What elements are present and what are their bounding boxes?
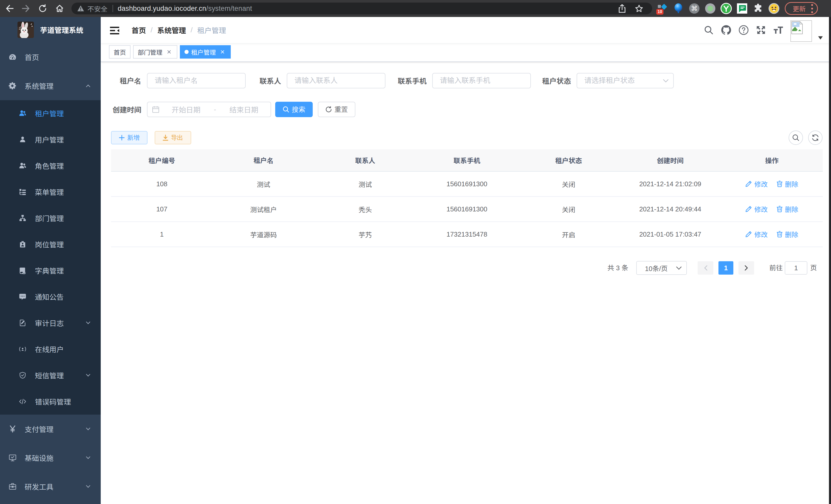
extension-command-icon[interactable]: ⌘ [689,3,700,14]
mobile-input[interactable] [433,73,531,88]
security-label[interactable]: 不安全 [87,4,107,13]
page-size-select[interactable]: 10条/页 [636,261,687,275]
extension-record-icon[interactable] [705,3,716,14]
delete-link[interactable]: 删除 [776,179,798,188]
col-created: 创建时间 [620,149,721,171]
sidebar-item-user[interactable]: 用户管理 [0,126,101,153]
browser-forward-button[interactable] [20,2,32,14]
col-tenant-name: 租户名 [213,149,315,171]
add-button[interactable]: 新增 [111,131,147,144]
sidebar-item-dept[interactable]: 部门管理 [0,205,101,231]
refresh-table-button[interactable] [808,130,823,145]
tag-dept[interactable]: 部门管理 [133,45,177,59]
next-page-button[interactable] [739,261,754,275]
breadcrumb-system[interactable]: 系统管理 [157,25,186,35]
table-toolbar: 新增 导出 [111,131,191,144]
delete-link[interactable]: 删除 [776,204,798,214]
help-icon[interactable] [735,17,752,43]
cell-status: 开启 [518,222,620,247]
browser-back-button[interactable] [3,2,16,14]
tag-label: 首页 [114,48,126,57]
edit-link-label: 修改 [754,204,768,214]
browser-update-menu[interactable]: 更新 [785,2,818,15]
date-end-placeholder[interactable]: 结束日期 [217,104,270,115]
sidebar-item-online-user[interactable]: 在线用户 [0,336,101,362]
extension-y-icon[interactable] [720,3,732,14]
edit-link-label: 修改 [754,229,768,239]
reset-button[interactable]: 重置 [318,102,355,117]
sidebar-item-devtools[interactable]: 研发工具 [0,472,101,501]
edit-link[interactable]: 修改 [745,204,768,214]
sidebar-item-error-code[interactable]: 错误码管理 [0,388,101,415]
sidebar-item-dict[interactable]: 字典管理 [0,258,101,284]
date-start-placeholder[interactable]: 开始日期 [159,104,213,115]
extension-balloon-icon[interactable] [673,3,684,14]
sidebar-item-post[interactable]: 岗位管理 [0,231,101,258]
dashboard-icon [9,53,17,61]
extension-emoji-icon[interactable] [768,3,780,14]
cell-status: 关闭 [518,171,620,197]
sidebar-item-menu[interactable]: 菜单管理 [0,179,101,205]
edit-pencil-icon [745,231,752,237]
export-button[interactable]: 导出 [155,131,191,144]
browser-menu-kebab-icon[interactable] [811,4,813,13]
sidebar-item-notice[interactable]: 通知公告 [0,284,101,310]
github-icon[interactable] [717,17,735,43]
tag-close-icon[interactable] [219,48,226,56]
goto-page-input[interactable] [785,262,807,274]
font-size-icon[interactable] [770,17,787,43]
sidebar-item-label: 审计日志 [35,318,64,328]
tenant-name-input[interactable] [147,73,245,88]
prev-page-button[interactable] [698,261,713,275]
delete-link[interactable]: 删除 [776,229,798,239]
sidebar-item-label: 支付管理 [25,424,53,434]
edit-link[interactable]: 修改 [745,229,768,239]
bookmark-star-icon[interactable] [635,4,643,12]
chevron-down-icon [86,485,90,488]
breadcrumb-home[interactable]: 首页 [132,25,146,35]
table-tools [783,130,823,145]
header-search-icon[interactable] [700,17,717,43]
extension-grid-diamond-icon[interactable]: 10 [657,3,668,14]
form-item-status: 租户状态 [536,73,674,88]
sidebar-item-pay[interactable]: 支付管理 [0,415,101,443]
dictionary-icon [19,267,26,274]
sidebar-fold-icon[interactable] [110,27,119,34]
search-form-row-2: 创建时间 开始日期 - 结束日期 [111,102,355,117]
tag-close-icon[interactable] [166,48,173,56]
sidebar-item-audit-log[interactable]: 审计日志 [0,310,101,336]
badge-icon [19,241,26,248]
tag-tenant[interactable]: 租户管理 [180,45,231,59]
calendar-icon [152,106,159,113]
sidebar-item-tenant[interactable]: 租户管理 [0,100,101,126]
browser-home-button[interactable] [53,2,66,14]
shield-check-icon [19,372,26,379]
user-avatar[interactable] [791,20,812,42]
share-icon[interactable] [618,4,626,13]
sidebar-item-system[interactable]: 系统管理 [0,71,101,100]
mobile-label: 联系手机 [391,76,432,86]
page-url[interactable]: dashboard.yudao.iocoder.cn/system/tenant [118,5,252,12]
fullscreen-icon[interactable] [752,17,770,43]
user-icon [19,136,26,143]
sidebar-item-infra[interactable]: 基础设施 [0,443,101,472]
browser-reload-button[interactable] [36,2,49,14]
sidebar-item-home[interactable]: 首页 [0,42,101,71]
extension-puzzle-icon[interactable] [752,3,764,14]
tag-home[interactable]: 首页 [109,45,131,59]
sidebar-logo[interactable]: 芋道管理系统 [0,17,101,42]
edit-link-label: 修改 [754,179,768,188]
date-range-picker[interactable]: 开始日期 - 结束日期 [147,102,271,117]
form-item-contact: 联系人 [251,73,385,88]
search-button[interactable]: 搜索 [275,102,313,117]
address-bar[interactable]: 不安全 dashboard.yudao.iocoder.cn/system/te… [71,3,652,14]
contact-input[interactable] [287,73,385,88]
edit-link[interactable]: 修改 [745,179,768,188]
extension-chat-icon[interactable] [737,3,748,14]
page-number-1[interactable]: 1 [718,261,733,275]
status-select[interactable] [577,73,674,88]
show-search-toggle-button[interactable] [789,130,803,145]
sidebar-item-sms[interactable]: 短信管理 [0,362,101,388]
sidebar-item-role[interactable]: 角色管理 [0,153,101,179]
status-select-input[interactable] [577,73,673,88]
